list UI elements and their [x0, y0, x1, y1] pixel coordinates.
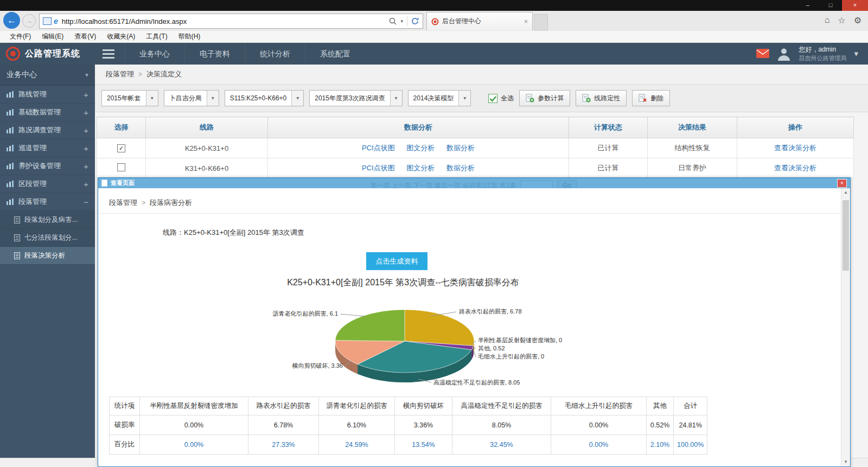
- user-avatar-icon[interactable]: [777, 47, 791, 61]
- url-text[interactable]: http://localhost:65171/Admin/Index.aspx: [62, 17, 390, 25]
- svg-text:沥青老化引起的损害, 6.1: 沥青老化引起的损害, 6.1: [273, 310, 338, 317]
- sidebar-subitem-decision-analysis[interactable]: 段落决策分析: [0, 247, 95, 265]
- user-menu-chevron-icon[interactable]: ▾: [854, 49, 858, 59]
- menu-file[interactable]: 文件(F): [4, 32, 36, 41]
- sidebar-subitem-seven-method[interactable]: 七分法段落划分...: [0, 229, 95, 247]
- stats-col: 合计: [674, 397, 707, 415]
- browser-window: – □ × ← → e http://localhost:65171/Admin…: [0, 0, 868, 467]
- sidebar-item-maintenance-equipment[interactable]: 养护设备管理 +: [0, 157, 95, 175]
- select-all-checkbox[interactable]: 全选: [488, 94, 514, 103]
- dropdown-value: 2015年度第3次路况调查: [310, 91, 390, 106]
- sidebar-item-section-mgmt[interactable]: 区段管理 +: [0, 175, 95, 193]
- sidebar-item-road-survey[interactable]: 路况调查管理 +: [0, 121, 95, 139]
- home-icon[interactable]: ⌂: [825, 15, 830, 25]
- line-qualify-button[interactable]: 线路定性: [576, 90, 627, 106]
- data-analysis-link[interactable]: 数据分析: [446, 164, 475, 172]
- sidebar-item-patrol[interactable]: 巡道管理 +: [0, 139, 95, 157]
- generate-data-button[interactable]: 点击生成资料: [366, 252, 427, 270]
- sidebar-item-route-mgmt[interactable]: 路线管理 +: [0, 86, 95, 104]
- new-tab-button[interactable]: [534, 14, 548, 30]
- modal-scrollbar[interactable]: ▲ ▼: [841, 188, 850, 466]
- line-cell: K25+0-K31+0: [146, 138, 268, 158]
- expand-icon[interactable]: +: [84, 108, 88, 117]
- modal-body: 段落管理 > 段落病害分析 线路：K25+0-K31+0[全副] 2015年 第…: [98, 188, 850, 466]
- breadcrumb-first[interactable]: 段落管理: [106, 69, 134, 79]
- chart-icon: [7, 91, 14, 98]
- expand-icon[interactable]: +: [84, 144, 88, 153]
- app-logo-area: 公路管理系统: [0, 46, 95, 61]
- table-header-row: 选择 线路 数据分析 计算状态 决策结果 操作: [97, 117, 854, 138]
- menu-help[interactable]: 帮助(H): [173, 32, 206, 41]
- sidebar-item-basic-data[interactable]: 基础数据管理 +: [0, 104, 95, 121]
- view-decision-analysis-link[interactable]: 查看决策分析: [774, 164, 816, 172]
- scroll-down-icon[interactable]: ▼: [841, 458, 850, 466]
- result-cell: 日常养护: [648, 158, 737, 178]
- graphic-analysis-link[interactable]: 图文分析: [406, 164, 435, 172]
- expand-icon[interactable]: +: [84, 90, 88, 99]
- sidebar-item-label: 区段管理: [18, 179, 47, 189]
- survey-dropdown[interactable]: 2015年度第3次路况调查 ▾: [309, 90, 402, 106]
- pci-dot-chart-link[interactable]: PCI点状图: [362, 164, 395, 172]
- maximize-button-icon[interactable]: □: [819, 0, 842, 11]
- settings-gear-icon[interactable]: ⚙: [854, 15, 861, 25]
- graphic-analysis-link[interactable]: 图文分析: [406, 144, 435, 152]
- stat-value: 24.59%: [319, 435, 395, 455]
- compatibility-icon[interactable]: [43, 17, 52, 25]
- menu-favorites[interactable]: 收藏夹(A): [101, 32, 141, 41]
- stat-value: 100.00%: [674, 435, 707, 455]
- mail-icon[interactable]: [756, 49, 769, 58]
- hamburger-menu-icon[interactable]: [103, 49, 114, 59]
- favorites-star-icon[interactable]: ☆: [838, 15, 845, 25]
- expand-icon[interactable]: +: [84, 180, 88, 189]
- row-checkbox-unchecked[interactable]: [117, 163, 125, 171]
- delete-button[interactable]: 删除: [632, 90, 670, 106]
- data-analysis-link[interactable]: 数据分析: [446, 144, 475, 152]
- nav-system-config[interactable]: 系统配置: [305, 43, 365, 65]
- breadcrumb-separator: >: [142, 199, 145, 207]
- route-dropdown[interactable]: S115:K25+0-K66+0 ▾: [225, 90, 304, 106]
- expand-icon[interactable]: +: [84, 126, 88, 135]
- modal-doc-icon: [101, 180, 107, 187]
- address-bar[interactable]: e http://localhost:65171/Admin/Index.asp…: [39, 14, 423, 29]
- sidebar-subitem-paragraph-division[interactable]: 段落划分及病害...: [0, 211, 95, 229]
- menu-edit[interactable]: 编辑(E): [36, 32, 69, 41]
- col-decision-result: 决策结果: [648, 117, 737, 138]
- modal-breadcrumb: 段落管理 > 段落病害分析: [98, 193, 841, 214]
- sidebar-section-header[interactable]: 业务中心 ▾: [0, 65, 95, 86]
- table-row: K31+0-K66+0 PCI点状图 图文分析 数据分析 已计算 日常养护 查看…: [97, 158, 854, 178]
- nav-electronic-data[interactable]: 电子资料: [184, 43, 245, 65]
- browser-tab[interactable]: 后台管理中心 ×: [426, 12, 533, 30]
- svg-text:横向剪切破坏, 3.36: 横向剪切破坏, 3.36: [292, 362, 343, 369]
- sidebar-subitem-label: 段落划分及病害...: [24, 215, 78, 225]
- branch-dropdown[interactable]: 卜昌吉分局 ▾: [164, 90, 219, 106]
- scroll-up-icon[interactable]: ▲: [841, 188, 850, 197]
- scrollbar-thumb[interactable]: [843, 200, 849, 271]
- nav-statistics[interactable]: 统计分析: [245, 43, 305, 65]
- forward-button[interactable]: →: [22, 14, 36, 28]
- modal-titlebar[interactable]: 查看页面 ×: [98, 178, 850, 188]
- param-calc-button[interactable]: 参数计算: [519, 90, 570, 106]
- pci-dot-chart-link[interactable]: PCI点状图: [362, 144, 395, 152]
- back-button[interactable]: ←: [3, 12, 20, 29]
- account-year-dropdown[interactable]: 2015年帐套 ▾: [101, 90, 158, 106]
- minimize-button-icon[interactable]: –: [796, 0, 819, 11]
- expand-icon[interactable]: +: [84, 162, 88, 171]
- menu-tools[interactable]: 工具(T): [141, 32, 173, 41]
- tab-close-icon[interactable]: ×: [524, 18, 528, 25]
- menu-view[interactable]: 查看(V): [69, 32, 101, 41]
- collapse-icon[interactable]: −: [84, 197, 88, 207]
- view-decision-analysis-link[interactable]: 查看决策分析: [774, 144, 816, 152]
- search-dropdown-icon[interactable]: ▾: [400, 18, 403, 24]
- stat-value: 0.00%: [551, 435, 647, 455]
- row-checkbox-checked[interactable]: ✓: [117, 144, 125, 152]
- modal-close-icon[interactable]: ×: [837, 179, 847, 188]
- app-logo-icon: [5, 46, 21, 61]
- decision-model-dropdown[interactable]: 2014决策模型 ▾: [408, 90, 471, 106]
- sidebar-item-label: 养护设备管理: [18, 161, 61, 171]
- sidebar-item-paragraph-mgmt[interactable]: 段落管理 −: [0, 193, 95, 211]
- search-icon[interactable]: [389, 17, 397, 25]
- modal-breadcrumb-first[interactable]: 段落管理: [109, 198, 137, 208]
- close-button-icon[interactable]: ×: [842, 0, 868, 11]
- nav-business-center[interactable]: 业务中心: [124, 43, 184, 65]
- refresh-icon[interactable]: [411, 17, 419, 25]
